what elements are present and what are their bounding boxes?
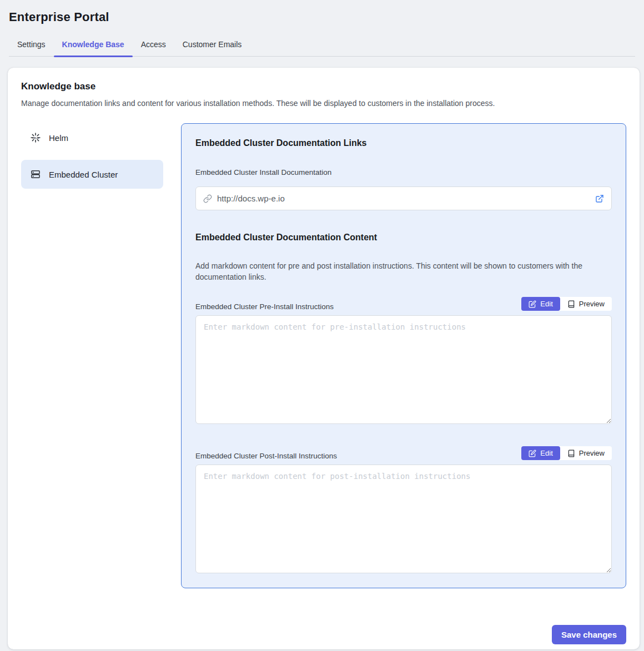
edit-button-label: Edit — [540, 449, 552, 457]
card-title: Knowledge base — [21, 81, 626, 92]
sidebar-item-embedded-cluster[interactable]: Embedded Cluster — [21, 160, 163, 189]
embedded-cluster-panel: Embedded Cluster Documentation Links Emb… — [181, 123, 626, 588]
pre-install-edit-button[interactable]: Edit — [521, 297, 560, 311]
footer-row: Save changes — [21, 625, 626, 644]
edit-pencil-icon — [529, 300, 536, 308]
pre-install-label: Embedded Cluster Pre-Install Instruction… — [195, 302, 334, 311]
post-install-label-row: Embedded Cluster Post-Install Instructio… — [195, 446, 612, 460]
preview-button-label: Preview — [579, 300, 605, 308]
app-header: Enterprise Portal Settings Knowledge Bas… — [0, 0, 644, 57]
install-doc-url-input[interactable] — [217, 194, 590, 203]
content-row: HELM Helm Embedded Cluster Embedde — [21, 123, 626, 588]
helm-icon: HELM — [30, 132, 41, 143]
install-doc-label: Embedded Cluster Install Documentation — [195, 168, 612, 176]
tab-knowledge-base[interactable]: Knowledge Base — [54, 36, 133, 56]
external-link-icon[interactable] — [595, 194, 604, 203]
preview-button-label: Preview — [579, 449, 605, 457]
book-icon — [567, 300, 575, 308]
pre-install-markdown-textarea[interactable] — [195, 315, 612, 424]
edit-button-label: Edit — [540, 300, 552, 308]
sidebar-item-label: Helm — [49, 133, 68, 143]
post-install-markdown-textarea[interactable] — [195, 465, 612, 573]
post-install-edit-button[interactable]: Edit — [521, 446, 560, 460]
book-icon — [567, 450, 575, 457]
post-install-mode-toggle: Edit Preview — [521, 446, 612, 460]
links-section-title: Embedded Cluster Documentation Links — [195, 138, 612, 148]
page-title: Enterprise Portal — [9, 10, 635, 24]
post-install-label: Embedded Cluster Post-Install Instructio… — [195, 452, 337, 460]
content-section-description: Add markdown content for pre and post in… — [195, 260, 612, 282]
install-method-sidebar: HELM Helm Embedded Cluster — [21, 123, 163, 189]
save-changes-button[interactable]: Save changes — [552, 625, 626, 644]
sidebar-item-label: Embedded Cluster — [49, 170, 118, 179]
edit-pencil-icon — [529, 450, 536, 457]
link-icon — [203, 194, 212, 203]
tab-customer-emails[interactable]: Customer Emails — [174, 36, 250, 56]
post-install-preview-button[interactable]: Preview — [560, 446, 612, 460]
pre-install-label-row: Embedded Cluster Pre-Install Instruction… — [195, 297, 612, 311]
tab-access[interactable]: Access — [133, 36, 174, 56]
pre-install-mode-toggle: Edit Preview — [521, 297, 612, 311]
knowledge-base-card: Knowledge base Manage documentation link… — [8, 68, 640, 649]
pre-install-preview-button[interactable]: Preview — [560, 297, 612, 311]
tab-bar: Settings Knowledge Base Access Customer … — [9, 36, 635, 57]
install-doc-url-field — [195, 186, 612, 210]
sidebar-item-helm[interactable]: HELM Helm — [21, 123, 163, 152]
card-description: Manage documentation links and content f… — [21, 99, 626, 108]
server-stack-icon — [30, 169, 41, 180]
content-section-title: Embedded Cluster Documentation Content — [195, 233, 612, 243]
svg-text:HELM: HELM — [32, 137, 39, 139]
tab-settings[interactable]: Settings — [9, 36, 54, 56]
